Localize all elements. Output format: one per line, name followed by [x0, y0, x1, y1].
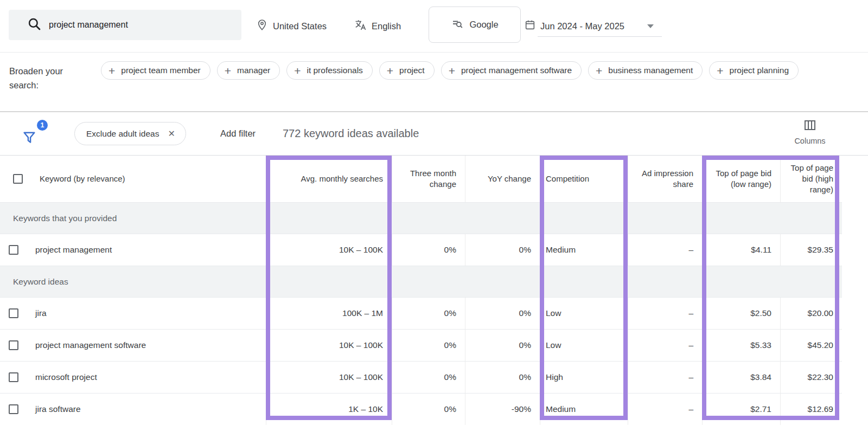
chevron-down-icon	[647, 24, 654, 28]
chip-label: it professionals	[307, 66, 362, 75]
chip-label: project planning	[730, 66, 789, 75]
add-filter-button[interactable]: Add filter	[220, 112, 256, 154]
language-selector[interactable]: English	[354, 0, 401, 52]
row-checkbox[interactable]	[9, 245, 18, 255]
network-selector[interactable]: Google	[429, 7, 521, 43]
date-range-selector[interactable]: Jun 2024 - May 2025	[524, 0, 654, 52]
table-body: Keywords that you provided project manag…	[0, 202, 842, 425]
language-label: English	[372, 21, 401, 31]
bid-low-cell: $5.33	[702, 330, 780, 361]
section-label: Keyword ideas	[13, 277, 68, 287]
plus-icon: +	[717, 65, 723, 76]
broaden-search-label: Broaden your search:	[9, 64, 77, 92]
broaden-keyword-chip[interactable]: + manager	[217, 61, 280, 80]
keyword-text: project management software	[35, 340, 146, 350]
table-section-row: Keywords that you provided	[0, 202, 842, 234]
columns-button[interactable]: Columns	[788, 119, 832, 145]
ad-impression-share-cell: –	[628, 234, 702, 266]
broaden-keyword-chip[interactable]: + project planning	[709, 61, 799, 80]
header-avg-monthly-searches[interactable]: Avg. monthly searches	[266, 156, 392, 202]
location-selector[interactable]: United States	[256, 0, 327, 52]
three-month-change-cell: 0%	[392, 394, 465, 425]
search-icon	[27, 17, 41, 33]
select-all-checkbox[interactable]	[13, 174, 23, 184]
row-checkbox[interactable]	[9, 372, 18, 382]
yoy-change-cell: 0%	[465, 298, 540, 329]
header-keyword[interactable]: Keyword (by relevance)	[0, 156, 266, 202]
three-month-change-cell: 0%	[392, 298, 465, 329]
search-input[interactable]	[49, 20, 212, 30]
row-checkbox[interactable]	[9, 308, 18, 318]
ad-impression-share-cell: –	[628, 298, 702, 329]
date-range-label: Jun 2024 - May 2025	[540, 21, 624, 31]
filter-button[interactable]: 1	[22, 120, 48, 147]
bid-low-cell: $2.71	[702, 394, 780, 425]
date-range-underline	[538, 36, 662, 37]
ad-impression-share-cell: –	[628, 394, 702, 425]
filter-funnel-icon	[22, 130, 37, 145]
broaden-keyword-chip[interactable]: + it professionals	[286, 61, 373, 80]
keyword-cell: microsoft project	[0, 362, 266, 393]
broaden-chips: + project team member + manager + it pro…	[101, 61, 822, 80]
avg-monthly-searches-cell: 10K – 100K	[266, 362, 392, 393]
avg-monthly-searches-cell: 100K – 1M	[266, 298, 392, 329]
keyword-cell: jira software	[0, 394, 266, 425]
header-keyword-label: Keyword (by relevance)	[40, 173, 125, 184]
keyword-table: Keyword (by relevance) Avg. monthly sear…	[0, 156, 842, 425]
plus-icon: +	[294, 65, 301, 76]
section-label: Keywords that you provided	[13, 214, 117, 223]
table-header-row: Keyword (by relevance) Avg. monthly sear…	[0, 156, 842, 202]
chip-label: business management	[608, 66, 693, 75]
bid-high-cell: $29.35	[780, 234, 842, 266]
chip-label: project management software	[461, 66, 572, 75]
top-bar: United States English Google Jun 2024 - …	[0, 0, 868, 53]
keyword-text: jira	[35, 308, 47, 318]
plus-icon: +	[449, 65, 455, 76]
ad-impression-share-cell: –	[628, 362, 702, 393]
bid-low-cell: $4.11	[702, 234, 780, 266]
chip-label: manager	[237, 66, 270, 75]
calendar-icon	[524, 19, 536, 33]
header-bid-high[interactable]: Top of page bid (high range)	[780, 156, 842, 202]
competition-cell: Medium	[540, 394, 628, 425]
broaden-keyword-chip[interactable]: + project	[379, 61, 435, 80]
yoy-change-cell: -90%	[465, 394, 540, 425]
bid-high-cell: $12.69	[780, 394, 842, 425]
broaden-keyword-chip[interactable]: + project management software	[441, 61, 582, 80]
table-row: jira software 1K – 10K 0% -90% Medium – …	[0, 393, 842, 425]
plus-icon: +	[596, 65, 602, 76]
table-row: project management 10K – 100K 0% 0% Medi…	[0, 234, 842, 266]
header-yoy-change[interactable]: YoY change	[465, 156, 540, 202]
table-row: jira 100K – 1M 0% 0% Low – $2.50 $20.00	[0, 297, 842, 329]
keyword-search-box[interactable]	[9, 10, 241, 40]
active-filter-chip[interactable]: Exclude adult ideas ✕	[74, 122, 186, 145]
three-month-change-cell: 0%	[392, 330, 465, 361]
header-three-month-change[interactable]: Three month change	[392, 156, 465, 202]
header-ad-impression-share[interactable]: Ad impression share	[628, 156, 702, 202]
broaden-keyword-chip[interactable]: + project team member	[101, 61, 210, 80]
plus-icon: +	[387, 65, 393, 76]
header-competition[interactable]: Competition	[540, 156, 628, 202]
three-month-change-cell: 0%	[392, 234, 465, 266]
plus-icon: +	[108, 65, 115, 76]
avg-monthly-searches-cell: 10K – 100K	[266, 234, 392, 266]
row-checkbox[interactable]	[9, 340, 18, 350]
broaden-search-section: Broaden your search: + project team memb…	[0, 53, 868, 112]
bid-high-cell: $45.20	[780, 330, 842, 361]
filter-bar: 1 Exclude adult ideas ✕ Add filter 772 k…	[0, 112, 868, 156]
competition-cell: Low	[540, 330, 628, 361]
avg-monthly-searches-cell: 1K – 10K	[266, 394, 392, 425]
yoy-change-cell: 0%	[465, 330, 540, 361]
header-bid-low[interactable]: Top of page bid (low range)	[702, 156, 780, 202]
row-checkbox[interactable]	[9, 404, 18, 414]
competition-cell: High	[540, 362, 628, 393]
table-section-row: Keyword ideas	[0, 266, 842, 297]
broaden-keyword-chip[interactable]: + business management	[588, 61, 703, 80]
chip-label: project	[399, 66, 425, 75]
table-row: project management software 10K – 100K 0…	[0, 329, 842, 361]
table-row: microsoft project 10K – 100K 0% 0% High …	[0, 361, 842, 393]
active-filter-label: Exclude adult ideas	[86, 129, 159, 139]
columns-label: Columns	[788, 137, 832, 145]
close-icon[interactable]: ✕	[168, 128, 175, 139]
three-month-change-cell: 0%	[392, 362, 465, 393]
